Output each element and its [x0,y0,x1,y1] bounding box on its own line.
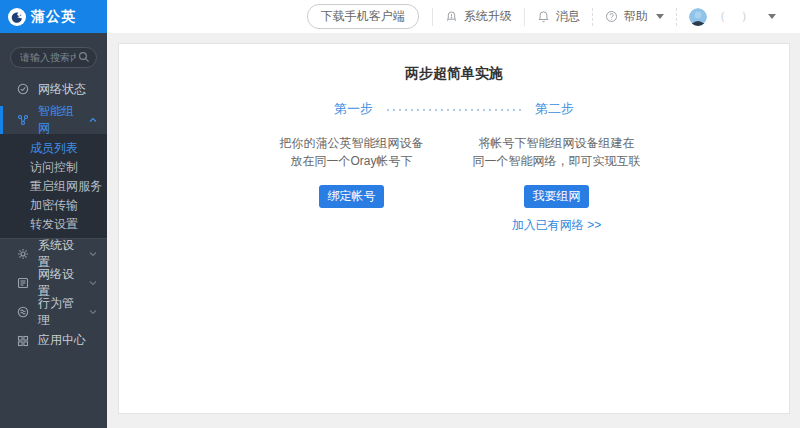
caret-down-icon [768,14,776,19]
brand-header: 蒲公英 [0,0,107,33]
sidebar-item-app-center[interactable]: 应用中心 [0,326,107,355]
bind-account-button[interactable]: 绑定帐号 [319,185,384,208]
app-center-icon [17,335,29,347]
step-two-desc-line2: 同一个智能网络，即可实现互联 [471,152,643,170]
step-one-desc-line2: 放在同一个Oray帐号下 [266,152,438,170]
submenu-item-access-control[interactable]: 访问控制 [0,158,107,177]
network-settings-icon [17,277,29,289]
smart-networking-submenu: 成员列表 访问控制 重启组网服务 加密传输 转发设置 [0,134,107,238]
system-upgrade-button[interactable]: 系统升级 [432,8,524,26]
sidebar-item-label: 网络状态 [38,81,86,98]
join-existing-network-link[interactable]: 加入已有网络 >> [512,217,601,234]
sidebar: 蒲公英 网络状态 [0,0,107,428]
page-title: 两步超简单实施 [119,65,789,83]
brand-title: 蒲公英 [31,8,76,26]
help-label: 帮助 [624,8,648,25]
app-window: 蒲公英 网络状态 [0,0,800,428]
chevron-down-icon [89,250,97,258]
sidebar-item-network-status[interactable]: 网络状态 [0,72,107,106]
help-question-icon [605,10,618,23]
search-icon [78,51,90,63]
submenu-item-member-list[interactable]: 成员列表 [0,139,107,158]
network-status-icon [17,83,29,95]
system-upgrade-label: 系统升级 [464,8,512,25]
sidebar-search [10,47,97,68]
sidebar-nav: 网络状态 智能组网 成员列表 访问控制 [0,72,107,355]
sidebar-item-system-settings[interactable]: 系统设置 [0,239,107,268]
step-two-desc-line1: 将帐号下智能组网设备组建在 [471,134,643,152]
upgrade-alert-icon [445,10,458,23]
behavior-icon [17,306,29,318]
chevron-down-icon [89,279,97,287]
sidebar-item-network-settings[interactable]: 网络设置 [0,268,107,297]
step-two-label: 第二步 [535,100,574,118]
step-one-desc-line1: 把你的蒲公英智能组网设备 [266,134,438,152]
gear-icon [17,248,29,260]
submenu-item-restart-service[interactable]: 重启组网服务 [0,177,107,196]
main-column: 下载手机客户端 系统升级 消息 [107,0,800,428]
caret-down-icon [656,14,664,19]
steps-header: 第一步 第二步 [119,100,789,118]
create-network-button[interactable]: 我要组网 [524,185,589,208]
sidebar-item-label: 行为管理 [38,295,80,329]
user-avatar [689,8,707,26]
submenu-item-forwarding[interactable]: 转发设置 [0,215,107,234]
brand-logo-icon [8,8,26,26]
chevron-up-icon [89,116,97,124]
sidebar-item-behavior-management[interactable]: 行为管理 [0,297,107,326]
messages-label: 消息 [556,8,580,25]
chevron-down-icon [89,308,97,316]
step-two-description: 将帐号下智能组网设备组建在 同一个智能网络，即可实现互联 [471,134,643,170]
bell-icon [537,10,550,23]
account-menu-button[interactable]: （ ） [676,8,788,26]
topbar: 下载手机客户端 系统升级 消息 [107,0,800,33]
step-two-column: 将帐号下智能组网设备组建在 同一个智能网络，即可实现互联 我要组网 加入已有网络… [471,134,643,234]
step-connector-line [387,109,521,111]
download-mobile-client-button[interactable]: 下载手机客户端 [307,4,419,29]
account-name-label: （ ） [714,8,759,25]
sidebar-item-label: 应用中心 [38,332,86,349]
smart-networking-icon [17,114,29,126]
step-one-description: 把你的蒲公英智能组网设备 放在同一个Oray帐号下 [266,134,438,170]
messages-button[interactable]: 消息 [524,8,592,26]
sidebar-item-smart-networking[interactable]: 智能组网 [0,106,107,134]
content-card: 两步超简单实施 第一步 第二步 把你的蒲公英智能组网设备 放在同一个Oray帐号… [118,43,790,414]
sidebar-item-label: 智能组网 [38,103,80,137]
step-one-label: 第一步 [334,100,373,118]
submenu-item-encrypted-transfer[interactable]: 加密传输 [0,196,107,215]
help-menu-button[interactable]: 帮助 [592,8,676,26]
sidebar-nav-bottom: 系统设置 网络设置 [0,238,107,355]
step-one-column: 把你的蒲公英智能组网设备 放在同一个Oray帐号下 绑定帐号 [266,134,438,234]
steps-body: 把你的蒲公英智能组网设备 放在同一个Oray帐号下 绑定帐号 将帐号下智能组网设… [119,134,789,234]
